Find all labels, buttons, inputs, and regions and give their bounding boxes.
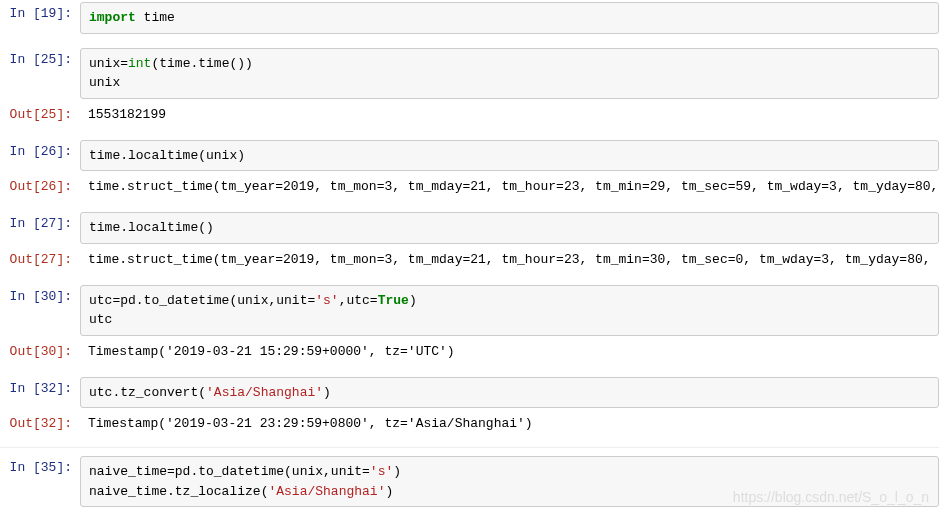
string-literal: 's' xyxy=(370,464,393,479)
in-prompt: In [26]: xyxy=(0,140,80,163)
input-row: In [35]: naive_time=pd.to_datetime(unix,… xyxy=(0,454,939,509)
code-input[interactable]: naive_time=pd.to_datetime(unix,unit='s')… xyxy=(80,456,939,507)
code-text: utc.tz_convert( xyxy=(89,385,206,400)
cell-32: In [32]: utc.tz_convert('Asia/Shanghai')… xyxy=(0,375,939,438)
out-prompt: Out[25]: xyxy=(0,103,80,126)
in-prompt: In [32]: xyxy=(0,377,80,400)
code-text: utc=pd.to_datetime(unix,unit= xyxy=(89,293,315,308)
string-literal: 's' xyxy=(315,293,338,308)
code-text: time xyxy=(136,10,175,25)
output-row: Out[27]: time.struct_time(tm_year=2019, … xyxy=(0,246,939,273)
string-literal: 'Asia/Shanghai' xyxy=(206,385,323,400)
cell-26: In [26]: time.localtime(unix) Out[26]: t… xyxy=(0,138,939,201)
cell-35: In [35]: naive_time=pd.to_datetime(unix,… xyxy=(0,454,939,513)
string-literal: 'Asia/Shanghai' xyxy=(268,484,385,499)
divider xyxy=(0,447,939,448)
output-row: Out[26]: time.struct_time(tm_year=2019, … xyxy=(0,173,939,200)
input-row: In [19]: import time xyxy=(0,0,939,36)
input-row: In [27]: time.localtime() xyxy=(0,210,939,246)
input-row: In [25]: unix=int(time.time()) unix xyxy=(0,46,939,101)
code-input[interactable]: unix=int(time.time()) unix xyxy=(80,48,939,99)
code-text: ) xyxy=(385,484,393,499)
code-input[interactable]: utc.tz_convert('Asia/Shanghai') xyxy=(80,377,939,409)
cell-27: In [27]: time.localtime() Out[27]: time.… xyxy=(0,210,939,273)
code-text: time.localtime(unix) xyxy=(89,148,245,163)
cell-30: In [30]: utc=pd.to_datetime(unix,unit='s… xyxy=(0,283,939,365)
code-text: unix= xyxy=(89,56,128,71)
output-row: Out[35]: Timestamp('2019-03-21 15:29:59+… xyxy=(0,509,939,513)
code-text: naive_time.tz_localize( xyxy=(89,484,268,499)
in-prompt: In [19]: xyxy=(0,2,80,25)
output-row: Out[30]: Timestamp('2019-03-21 15:29:59+… xyxy=(0,338,939,365)
output-row: Out[25]: 1553182199 xyxy=(0,101,939,128)
code-text: unix xyxy=(89,75,120,90)
output-row: Out[32]: Timestamp('2019-03-21 23:29:59+… xyxy=(0,410,939,437)
input-row: In [30]: utc=pd.to_datetime(unix,unit='s… xyxy=(0,283,939,338)
bool-true: True xyxy=(378,293,409,308)
output-text: time.struct_time(tm_year=2019, tm_mon=3,… xyxy=(80,248,939,271)
code-input[interactable]: time.localtime(unix) xyxy=(80,140,939,172)
in-prompt: In [30]: xyxy=(0,285,80,308)
code-text: ) xyxy=(393,464,401,479)
code-text: time.localtime() xyxy=(89,220,214,235)
code-text: ,utc= xyxy=(339,293,378,308)
in-prompt: In [35]: xyxy=(0,456,80,479)
code-text: naive_time=pd.to_datetime(unix,unit= xyxy=(89,464,370,479)
in-prompt: In [27]: xyxy=(0,212,80,235)
code-text: ) xyxy=(409,293,417,308)
cell-25: In [25]: unix=int(time.time()) unix Out[… xyxy=(0,46,939,128)
cell-19: In [19]: import time xyxy=(0,0,939,36)
code-input[interactable]: time.localtime() xyxy=(80,212,939,244)
output-text: Timestamp('2019-03-21 15:29:59+0000', tz… xyxy=(80,340,939,363)
input-row: In [26]: time.localtime(unix) xyxy=(0,138,939,174)
input-row: In [32]: utc.tz_convert('Asia/Shanghai') xyxy=(0,375,939,411)
output-text: Timestamp('2019-03-21 23:29:59+0800', tz… xyxy=(80,412,939,435)
out-prompt: Out[32]: xyxy=(0,412,80,435)
output-text: 1553182199 xyxy=(80,103,939,126)
code-text: ) xyxy=(323,385,331,400)
code-input[interactable]: utc=pd.to_datetime(unix,unit='s',utc=Tru… xyxy=(80,285,939,336)
code-text: utc xyxy=(89,312,112,327)
code-input[interactable]: import time xyxy=(80,2,939,34)
output-text: time.struct_time(tm_year=2019, tm_mon=3,… xyxy=(80,175,939,198)
out-prompt: Out[30]: xyxy=(0,340,80,363)
in-prompt: In [25]: xyxy=(0,48,80,71)
out-prompt: Out[27]: xyxy=(0,248,80,271)
code-text: (time.time()) xyxy=(151,56,252,71)
keyword-import: import xyxy=(89,10,136,25)
out-prompt: Out[26]: xyxy=(0,175,80,198)
builtin-int: int xyxy=(128,56,151,71)
